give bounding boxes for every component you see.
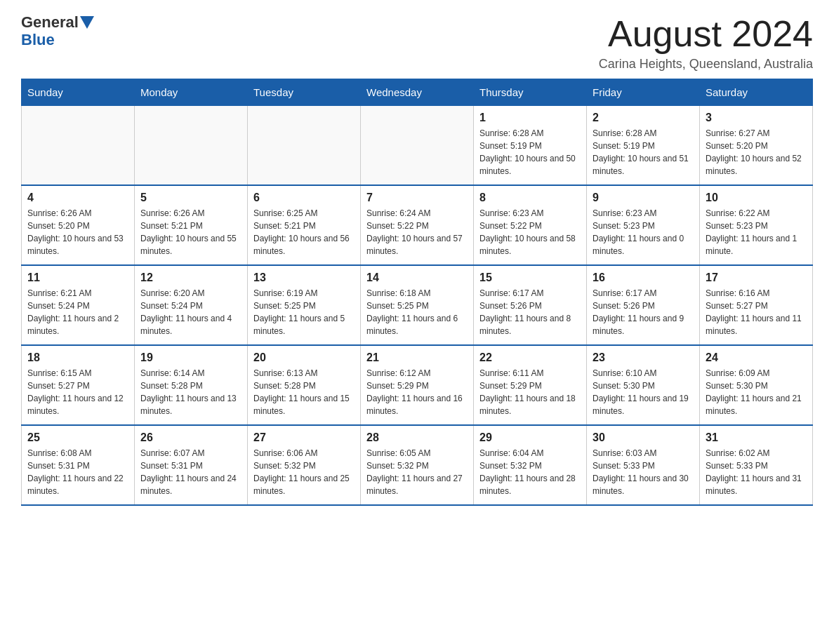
- day-number: 24: [706, 351, 807, 364]
- calendar-cell: 8Sunrise: 6:23 AMSunset: 5:22 PMDaylight…: [474, 185, 587, 265]
- calendar-week-row: 4Sunrise: 6:26 AMSunset: 5:20 PMDaylight…: [22, 185, 813, 265]
- day-header-saturday: Saturday: [700, 79, 813, 106]
- calendar-cell: 5Sunrise: 6:26 AMSunset: 5:21 PMDaylight…: [135, 185, 248, 265]
- calendar-cell: 22Sunrise: 6:11 AMSunset: 5:29 PMDayligh…: [474, 345, 587, 425]
- calendar-cell: 27Sunrise: 6:06 AMSunset: 5:32 PMDayligh…: [248, 425, 361, 505]
- day-number: 19: [140, 351, 241, 364]
- calendar-cell: [135, 106, 248, 186]
- day-number: 30: [593, 431, 694, 444]
- sun-info: Sunrise: 6:17 AMSunset: 5:26 PMDaylight:…: [479, 287, 581, 337]
- title-block: August 2024 Carina Heights, Queensland, …: [599, 14, 813, 72]
- calendar-cell: 18Sunrise: 6:15 AMSunset: 5:27 PMDayligh…: [22, 345, 135, 425]
- calendar-table: SundayMondayTuesdayWednesdayThursdayFrid…: [21, 79, 813, 506]
- calendar-cell: [361, 106, 474, 186]
- sun-info: Sunrise: 6:12 AMSunset: 5:29 PMDaylight:…: [366, 367, 468, 417]
- day-number: 2: [593, 112, 694, 124]
- calendar-cell: 15Sunrise: 6:17 AMSunset: 5:26 PMDayligh…: [474, 265, 587, 345]
- sun-info: Sunrise: 6:26 AMSunset: 5:21 PMDaylight:…: [140, 207, 241, 257]
- sun-info: Sunrise: 6:11 AMSunset: 5:29 PMDaylight:…: [479, 367, 581, 417]
- sun-info: Sunrise: 6:25 AMSunset: 5:21 PMDaylight:…: [253, 207, 355, 257]
- sun-info: Sunrise: 6:14 AMSunset: 5:28 PMDaylight:…: [140, 367, 241, 417]
- page-header: General Blue August 2024 Carina Heights,…: [21, 14, 813, 72]
- day-number: 12: [140, 271, 241, 284]
- day-number: 21: [366, 351, 468, 364]
- calendar-cell: 13Sunrise: 6:19 AMSunset: 5:25 PMDayligh…: [248, 265, 361, 345]
- day-number: 3: [706, 112, 807, 124]
- day-number: 10: [706, 192, 807, 204]
- day-number: 11: [27, 271, 128, 284]
- day-number: 29: [479, 431, 581, 444]
- sun-info: Sunrise: 6:20 AMSunset: 5:24 PMDaylight:…: [140, 287, 241, 337]
- sun-info: Sunrise: 6:03 AMSunset: 5:33 PMDaylight:…: [593, 447, 694, 497]
- calendar-week-row: 25Sunrise: 6:08 AMSunset: 5:31 PMDayligh…: [22, 425, 813, 505]
- calendar-cell: 14Sunrise: 6:18 AMSunset: 5:25 PMDayligh…: [361, 265, 474, 345]
- day-header-monday: Monday: [135, 79, 248, 106]
- calendar-cell: 29Sunrise: 6:04 AMSunset: 5:32 PMDayligh…: [474, 425, 587, 505]
- day-number: 17: [706, 271, 807, 284]
- sun-info: Sunrise: 6:23 AMSunset: 5:23 PMDaylight:…: [593, 207, 694, 257]
- calendar-cell: 28Sunrise: 6:05 AMSunset: 5:32 PMDayligh…: [361, 425, 474, 505]
- sun-info: Sunrise: 6:23 AMSunset: 5:22 PMDaylight:…: [479, 207, 581, 257]
- calendar-cell: [22, 106, 135, 186]
- day-number: 13: [253, 271, 355, 284]
- svg-marker-0: [80, 16, 94, 29]
- calendar-cell: 1Sunrise: 6:28 AMSunset: 5:19 PMDaylight…: [474, 106, 587, 186]
- sun-info: Sunrise: 6:08 AMSunset: 5:31 PMDaylight:…: [27, 447, 128, 497]
- sun-info: Sunrise: 6:13 AMSunset: 5:28 PMDaylight:…: [253, 367, 355, 417]
- day-number: 28: [366, 431, 468, 444]
- day-header-friday: Friday: [587, 79, 700, 106]
- day-number: 27: [253, 431, 355, 444]
- day-header-tuesday: Tuesday: [248, 79, 361, 106]
- logo: General Blue: [21, 14, 94, 49]
- sun-info: Sunrise: 6:04 AMSunset: 5:32 PMDaylight:…: [479, 447, 581, 497]
- calendar-cell: 26Sunrise: 6:07 AMSunset: 5:31 PMDayligh…: [135, 425, 248, 505]
- calendar-cell: 6Sunrise: 6:25 AMSunset: 5:21 PMDaylight…: [248, 185, 361, 265]
- day-header-thursday: Thursday: [474, 79, 587, 106]
- calendar-cell: 21Sunrise: 6:12 AMSunset: 5:29 PMDayligh…: [361, 345, 474, 425]
- day-number: 9: [593, 192, 694, 204]
- calendar-cell: 11Sunrise: 6:21 AMSunset: 5:24 PMDayligh…: [22, 265, 135, 345]
- sun-info: Sunrise: 6:28 AMSunset: 5:19 PMDaylight:…: [479, 127, 581, 177]
- calendar-cell: 3Sunrise: 6:27 AMSunset: 5:20 PMDaylight…: [700, 106, 813, 186]
- day-number: 16: [593, 271, 694, 284]
- day-number: 26: [140, 431, 241, 444]
- sun-info: Sunrise: 6:28 AMSunset: 5:19 PMDaylight:…: [593, 127, 694, 177]
- sun-info: Sunrise: 6:15 AMSunset: 5:27 PMDaylight:…: [27, 367, 128, 417]
- sun-info: Sunrise: 6:09 AMSunset: 5:30 PMDaylight:…: [706, 367, 807, 417]
- day-number: 22: [479, 351, 581, 364]
- day-number: 8: [479, 192, 581, 204]
- sun-info: Sunrise: 6:05 AMSunset: 5:32 PMDaylight:…: [366, 447, 468, 497]
- calendar-cell: 7Sunrise: 6:24 AMSunset: 5:22 PMDaylight…: [361, 185, 474, 265]
- sun-info: Sunrise: 6:17 AMSunset: 5:26 PMDaylight:…: [593, 287, 694, 337]
- sun-info: Sunrise: 6:26 AMSunset: 5:20 PMDaylight:…: [27, 207, 128, 257]
- day-number: 1: [479, 112, 581, 124]
- calendar-cell: 20Sunrise: 6:13 AMSunset: 5:28 PMDayligh…: [248, 345, 361, 425]
- sun-info: Sunrise: 6:21 AMSunset: 5:24 PMDaylight:…: [27, 287, 128, 337]
- calendar-cell: 30Sunrise: 6:03 AMSunset: 5:33 PMDayligh…: [587, 425, 700, 505]
- day-number: 20: [253, 351, 355, 364]
- sun-info: Sunrise: 6:07 AMSunset: 5:31 PMDaylight:…: [140, 447, 241, 497]
- sun-info: Sunrise: 6:06 AMSunset: 5:32 PMDaylight:…: [253, 447, 355, 497]
- sun-info: Sunrise: 6:10 AMSunset: 5:30 PMDaylight:…: [593, 367, 694, 417]
- calendar-week-row: 18Sunrise: 6:15 AMSunset: 5:27 PMDayligh…: [22, 345, 813, 425]
- sun-info: Sunrise: 6:16 AMSunset: 5:27 PMDaylight:…: [706, 287, 807, 337]
- calendar-cell: 25Sunrise: 6:08 AMSunset: 5:31 PMDayligh…: [22, 425, 135, 505]
- calendar-cell: [248, 106, 361, 186]
- calendar-cell: 9Sunrise: 6:23 AMSunset: 5:23 PMDaylight…: [587, 185, 700, 265]
- calendar-cell: 10Sunrise: 6:22 AMSunset: 5:23 PMDayligh…: [700, 185, 813, 265]
- sun-info: Sunrise: 6:02 AMSunset: 5:33 PMDaylight:…: [706, 447, 807, 497]
- day-number: 7: [366, 192, 468, 204]
- calendar-header-row: SundayMondayTuesdayWednesdayThursdayFrid…: [22, 79, 813, 106]
- sun-info: Sunrise: 6:18 AMSunset: 5:25 PMDaylight:…: [366, 287, 468, 337]
- calendar-subtitle: Carina Heights, Queensland, Australia: [599, 57, 813, 72]
- calendar-cell: 23Sunrise: 6:10 AMSunset: 5:30 PMDayligh…: [587, 345, 700, 425]
- calendar-cell: 17Sunrise: 6:16 AMSunset: 5:27 PMDayligh…: [700, 265, 813, 345]
- day-number: 18: [27, 351, 128, 364]
- logo-blue: Blue: [21, 31, 55, 49]
- sun-info: Sunrise: 6:22 AMSunset: 5:23 PMDaylight:…: [706, 207, 807, 257]
- day-header-wednesday: Wednesday: [361, 79, 474, 106]
- sun-info: Sunrise: 6:24 AMSunset: 5:22 PMDaylight:…: [366, 207, 468, 257]
- calendar-cell: 24Sunrise: 6:09 AMSunset: 5:30 PMDayligh…: [700, 345, 813, 425]
- day-header-sunday: Sunday: [22, 79, 135, 106]
- calendar-cell: 2Sunrise: 6:28 AMSunset: 5:19 PMDaylight…: [587, 106, 700, 186]
